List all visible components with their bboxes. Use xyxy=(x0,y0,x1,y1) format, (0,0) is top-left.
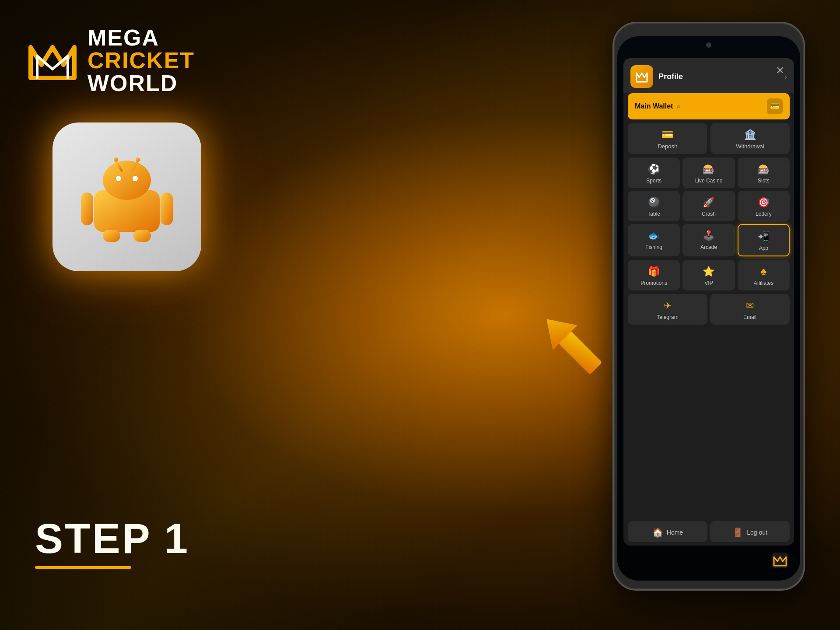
arrow-section xyxy=(534,306,621,396)
menu-item-promotions[interactable]: 🎁 Promotions xyxy=(628,260,680,290)
menu-item-crash[interactable]: 🚀 Crash xyxy=(682,191,735,221)
table-icon: 🎱 xyxy=(648,197,660,208)
phone-frame: ✕ Profile › Main Wallet xyxy=(612,22,805,591)
phone-screen: ✕ Profile › Main Wallet xyxy=(617,36,800,581)
action-row: 💳 Deposit 🏦 Withdrawal xyxy=(623,123,794,158)
menu-item-arcade[interactable]: 🕹️ Arcade xyxy=(682,224,735,256)
menu-grid: ⚽ Sports 🎰 Live Casino 🎰 Slots xyxy=(623,158,794,260)
telegram-label: Telegram xyxy=(657,314,678,320)
promotions-icon: 🎁 xyxy=(648,266,660,277)
wallet-icon: 💳 xyxy=(767,98,783,114)
menu-item-vip[interactable]: ⭐ VIP xyxy=(682,260,735,290)
phone-mockup: ✕ Profile › Main Wallet xyxy=(612,22,805,591)
live-casino-label: Live Casino xyxy=(695,178,723,184)
nav-row: 🏠 Home 🚪 Log out xyxy=(623,521,794,546)
menu-item-sports[interactable]: ⚽ Sports xyxy=(628,158,680,188)
home-button[interactable]: 🏠 Home xyxy=(628,521,707,542)
menu-item-fishing[interactable]: 🐟 Fishing xyxy=(628,224,680,256)
logout-icon: 🚪 xyxy=(732,527,743,538)
app-icon: 📲 xyxy=(758,231,770,242)
menu-item-affiliates[interactable]: ♣ Affiliates xyxy=(738,260,790,290)
sports-icon: ⚽ xyxy=(648,164,660,175)
lottery-label: Lottery xyxy=(756,211,772,217)
slots-icon: 🎰 xyxy=(758,164,770,175)
vip-icon: ⭐ xyxy=(703,266,714,277)
fishing-icon: 🐟 xyxy=(648,230,660,242)
close-button[interactable]: ✕ xyxy=(772,63,788,78)
menu-panel: Profile › Main Wallet ○ 💳 💳 Deposit xyxy=(623,58,794,546)
contact-row: ✈ Telegram ✉ Email xyxy=(623,294,794,328)
affiliates-label: Affiliates xyxy=(754,280,774,286)
promotions-label: Promotions xyxy=(640,280,667,286)
svg-marker-14 xyxy=(637,73,647,82)
profile-section[interactable]: Profile › xyxy=(623,58,794,93)
menu-item-email[interactable]: ✉ Email xyxy=(710,294,790,325)
sports-label: Sports xyxy=(646,178,662,184)
menu-item-telegram[interactable]: ✈ Telegram xyxy=(628,294,707,325)
menu-item-slots[interactable]: 🎰 Slots xyxy=(738,158,790,188)
vip-label: VIP xyxy=(704,280,713,286)
affiliates-icon: ♣ xyxy=(760,266,766,277)
wallet-label: Main Wallet ○ xyxy=(635,102,680,110)
logout-button[interactable]: 🚪 Log out xyxy=(710,521,790,542)
menu-item-table[interactable]: 🎱 Table xyxy=(628,191,680,221)
fishing-label: Fishing xyxy=(645,244,662,250)
withdrawal-label: Withdrawal xyxy=(736,143,764,150)
app-label: App xyxy=(759,245,768,251)
profile-name: Profile xyxy=(658,72,779,81)
logout-label: Log out xyxy=(747,529,767,536)
home-label: Home xyxy=(667,529,683,536)
lottery-icon: 🎯 xyxy=(758,197,770,208)
crash-label: Crash xyxy=(702,211,716,217)
live-casino-icon: 🎰 xyxy=(703,164,714,175)
crash-icon: 🚀 xyxy=(703,197,714,208)
email-label: Email xyxy=(743,314,756,320)
menu-item-app[interactable]: 📲 App xyxy=(738,224,790,256)
menu-item-live-casino[interactable]: 🎰 Live Casino xyxy=(682,158,735,188)
home-icon: 🏠 xyxy=(652,527,663,538)
wallet-section[interactable]: Main Wallet ○ 💳 xyxy=(628,93,790,119)
table-label: Table xyxy=(648,211,660,217)
arrow-icon xyxy=(534,306,621,394)
telegram-icon: ✈ xyxy=(664,300,672,312)
withdrawal-button[interactable]: 🏦 Withdrawal xyxy=(710,123,790,154)
deposit-icon: 💳 xyxy=(662,129,673,140)
arcade-label: Arcade xyxy=(700,244,717,250)
deposit-button[interactable]: 💳 Deposit xyxy=(628,123,707,154)
arcade-icon: 🕹️ xyxy=(703,230,714,242)
phone-camera xyxy=(706,42,711,48)
deposit-label: Deposit xyxy=(658,143,677,150)
email-icon: ✉ xyxy=(746,300,754,312)
slots-label: Slots xyxy=(758,178,770,184)
bottom-menu-grid: 🎁 Promotions ⭐ VIP ♣ Affiliates xyxy=(623,260,794,294)
menu-item-lottery[interactable]: 🎯 Lottery xyxy=(738,191,790,221)
phone-mcw-logo xyxy=(772,553,788,568)
profile-avatar xyxy=(630,65,653,88)
withdrawal-icon: 🏦 xyxy=(744,129,756,140)
